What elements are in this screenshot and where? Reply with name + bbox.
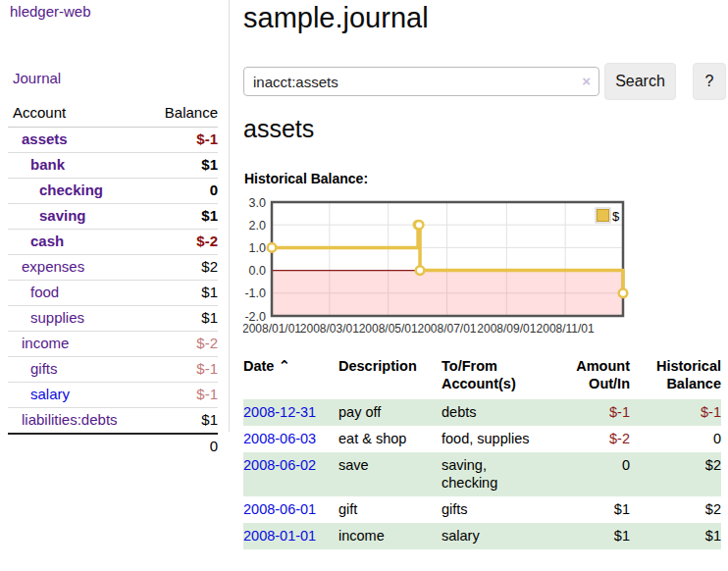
register-header-row: Date⌃ Description To/From Account(s) Amo…: [243, 355, 721, 399]
account-link-food[interactable]: food: [30, 284, 59, 300]
search-button[interactable]: Search: [604, 63, 676, 100]
transaction-description: income: [338, 523, 442, 549]
transaction-balance: 0: [630, 426, 721, 452]
transaction-balance: $-1: [630, 399, 721, 426]
account-row: income $-2: [8, 332, 218, 357]
main-content: sample.journal × Search ? assets Histori…: [243, 0, 728, 571]
account-link-income[interactable]: income: [22, 335, 69, 351]
account-row: bank $1: [8, 153, 218, 179]
transaction-balance: $2: [630, 452, 721, 496]
account-link-bank[interactable]: bank: [30, 156, 65, 173]
account-balance: $-1: [145, 357, 218, 383]
register-col-description: Description: [338, 355, 442, 399]
account-balance: $-2: [145, 332, 218, 357]
amount-column-label-line2: Out/In: [538, 375, 630, 392]
register-col-date[interactable]: Date⌃: [243, 355, 338, 399]
sidebar-item-journal[interactable]: Journal: [13, 70, 61, 86]
accounts-total-row: 0: [8, 434, 218, 459]
register-row: 2008-06-03 eat & shop food, supplies $-2…: [243, 426, 721, 452]
svg-text:2008/03/01: 2008/03/01: [300, 322, 359, 336]
search-input[interactable]: [243, 67, 599, 96]
transaction-description: eat & shop: [338, 426, 442, 452]
svg-text:2008/11/01: 2008/11/01: [537, 322, 595, 336]
register-row: 2008-12-31 pay off debts $-1 $-1: [243, 399, 721, 426]
account-balance: $-2: [145, 230, 218, 255]
transaction-amount: $-2: [538, 426, 630, 452]
svg-text:2008/07/01: 2008/07/01: [417, 322, 476, 336]
svg-text:2008/05/01: 2008/05/01: [359, 322, 418, 336]
account-row: cash $-2: [8, 230, 218, 255]
transaction-accounts: gifts: [442, 496, 538, 523]
account-link-salary[interactable]: salary: [30, 386, 70, 402]
account-balance: $-1: [145, 128, 218, 153]
transaction-accounts: salary: [442, 523, 538, 549]
transaction-date-link[interactable]: 2008-06-03: [243, 431, 316, 446]
balance-column-label-line1: Historical: [630, 357, 721, 375]
account-balance: $2: [145, 255, 218, 281]
app-brand-link[interactable]: hledger-web: [10, 3, 91, 20]
accounts-total-balance: 0: [145, 434, 218, 459]
account-row: saving $1: [8, 204, 218, 230]
transaction-date-link[interactable]: 2008-06-02: [243, 457, 316, 473]
balance-column-label-line2: Balance: [630, 375, 721, 392]
svg-text:0.0: 0.0: [249, 264, 266, 278]
account-row: food $1: [8, 281, 218, 306]
account-row: gifts $-1: [8, 357, 218, 383]
svg-text:1.0: 1.0: [249, 241, 266, 255]
account-page-title: assets: [243, 115, 314, 143]
page-title: sample.journal: [243, 2, 429, 34]
transaction-balance: $2: [630, 496, 721, 523]
account-link-saving[interactable]: saving: [39, 207, 86, 224]
account-balance: $1: [145, 204, 218, 230]
register-row: 2008-06-02 save saving, checking 0 $2: [243, 452, 721, 496]
register-row: 2008-06-01 gift gifts $1 $2: [243, 496, 721, 523]
accounts-col-account: Account: [8, 101, 145, 128]
clear-search-icon[interactable]: ×: [582, 73, 591, 90]
account-row: expenses $2: [8, 255, 218, 281]
register-table: Date⌃ Description To/From Account(s) Amo…: [243, 355, 721, 549]
search-form: × Search ?: [243, 61, 728, 102]
transaction-date-link[interactable]: 2008-12-31: [243, 404, 316, 420]
register-col-balance: Historical Balance: [630, 355, 721, 399]
account-row: assets $-1: [8, 128, 218, 153]
historical-balance-chart: 3.02.01.00.0-1.0-2.02008/01/012008/03/01…: [243, 190, 724, 345]
transaction-date-link[interactable]: 2008-06-01: [243, 501, 316, 517]
accounts-column-label-line2: Account(s): [442, 375, 538, 392]
sidebar-divider: [229, 0, 230, 432]
accounts-column-label-line1: To/From: [442, 357, 538, 375]
account-balance: $1: [145, 306, 218, 332]
amount-column-label-line1: Amount: [538, 357, 630, 375]
svg-text:-1.0: -1.0: [244, 286, 266, 300]
transaction-accounts: debts: [442, 399, 538, 426]
help-button[interactable]: ?: [693, 63, 726, 100]
svg-text:3.0: 3.0: [249, 196, 266, 210]
svg-text:2008/09/01: 2008/09/01: [477, 322, 536, 336]
svg-text:2.0: 2.0: [249, 219, 266, 233]
transaction-date-link[interactable]: 2008-01-01: [243, 528, 316, 544]
register-col-accounts: To/From Account(s): [442, 355, 538, 399]
account-link-checking[interactable]: checking: [39, 182, 103, 198]
account-balance: $1: [145, 281, 218, 306]
account-link-expenses[interactable]: expenses: [22, 258, 84, 275]
account-balance: 0: [145, 179, 218, 204]
chart-canvas: 3.02.01.00.0-1.0-2.02008/01/012008/03/01…: [243, 190, 724, 345]
transaction-amount: $1: [538, 496, 630, 523]
transaction-accounts: food, supplies: [442, 426, 538, 452]
account-link-liabilities-debts[interactable]: liabilities:debts: [22, 411, 118, 428]
account-row: checking 0: [8, 179, 218, 204]
account-row: salary $-1: [8, 383, 218, 408]
svg-text:$: $: [612, 209, 620, 224]
transaction-balance: $1: [630, 523, 721, 549]
account-link-supplies[interactable]: supplies: [30, 309, 84, 326]
chart-title: Historical Balance:: [244, 171, 368, 186]
transaction-description: save: [338, 452, 442, 496]
account-balance: $-1: [145, 383, 218, 408]
register-row: 2008-01-01 income salary $1 $1: [243, 523, 721, 549]
account-balance: $1: [145, 408, 218, 435]
register-col-amount: Amount Out/In: [538, 355, 630, 399]
account-link-gifts[interactable]: gifts: [30, 360, 58, 377]
account-balance: $1: [145, 153, 218, 179]
account-link-cash[interactable]: cash: [30, 233, 64, 249]
account-link-assets[interactable]: assets: [22, 130, 68, 147]
transaction-amount: $1: [538, 523, 630, 549]
